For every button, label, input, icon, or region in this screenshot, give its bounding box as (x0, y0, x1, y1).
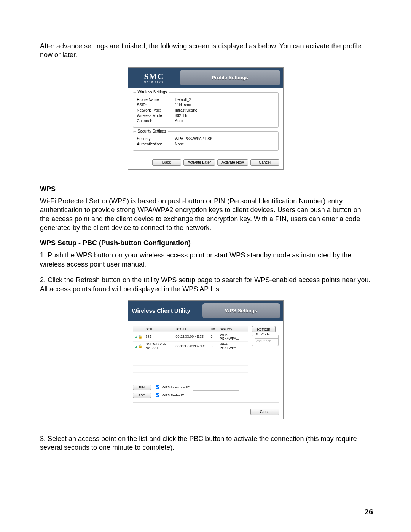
pin-code-input[interactable] (255, 338, 278, 343)
authentication-label: Authentication: (137, 142, 175, 146)
lock-icon: 🔒 (138, 335, 142, 339)
activate-now-button[interactable]: Activate Now (217, 159, 248, 166)
wireless-mode-value: 802.11n (175, 113, 189, 118)
pbc-heading: WPS Setup - PBC (Push-button Configurati… (40, 239, 371, 247)
step-3: 3. Select an access point on the list an… (40, 435, 371, 452)
profile-name-value: Default_2 (175, 97, 191, 102)
close-button[interactable]: Close (250, 409, 279, 415)
pin-code-group: Pin Code (252, 335, 279, 346)
intro-paragraph: After advance settings are finished, the… (40, 42, 371, 60)
network-type-value: Infrastructure (175, 108, 198, 112)
status-box (193, 384, 239, 391)
channel-label: Channel: (137, 119, 175, 123)
ssid-value: 11N_smc (175, 103, 191, 107)
table-row[interactable]: ◢🔒 SMCWBR14-N2_770... 00:11:E0:02:DF:AC … (133, 341, 248, 351)
pbc-button[interactable]: PBC (133, 393, 151, 398)
signal-icon: ◢ (135, 344, 137, 348)
security-header[interactable]: Security (218, 326, 248, 332)
cancel-button[interactable]: Cancel (250, 159, 279, 166)
step-2: 2. Click the Refresh button on the utili… (40, 276, 371, 294)
wireless-client-utility-label: Wireless Client Utility (128, 301, 202, 321)
channel-value: Auto (175, 119, 183, 123)
activate-later-button[interactable]: Activate Later (183, 159, 215, 166)
wps-paragraph: Wi-Fi Protected Setup (WPS) is based on … (40, 197, 371, 233)
smc-logo: SMC Networks (128, 68, 180, 88)
wps-settings-dialog: Wireless Client Utility WPS Settings SSI… (128, 300, 284, 419)
wps-probe-checkbox[interactable]: WPS Probe IE (154, 392, 184, 398)
wireless-mode-label: Wireless Mode: (137, 113, 175, 118)
wps-ap-table[interactable]: SSID BSSID Ch Security ◢🔒 382 00:22:33:0… (133, 326, 248, 380)
step-1: 1. Push the WPS button on your wireless … (40, 251, 371, 269)
wps-heading: WPS (40, 185, 371, 193)
wps-associate-checkbox[interactable]: WPS Associate IE (154, 384, 190, 390)
wireless-settings-group: Wireless Settings Profile Name:Default_2… (133, 92, 279, 128)
profile-settings-dialog: SMC Networks Profile Settings Wireless S… (128, 67, 284, 170)
pin-button[interactable]: PIN (133, 385, 151, 390)
back-button[interactable]: Back (152, 159, 181, 166)
network-type-label: Network Type: (137, 108, 175, 112)
ssid-label: SSID: (137, 103, 175, 107)
page-number: 26 (365, 507, 373, 517)
security-label: Security: (137, 137, 175, 141)
security-settings-group: Security Settings Security:WPA-PSK/WPA2-… (133, 131, 279, 151)
security-value: WPA-PSK/WPA2-PSK (175, 137, 213, 141)
wps-dialog-title: WPS Settings (202, 303, 280, 318)
bssid-header[interactable]: BSSID (174, 326, 209, 332)
dialog-title: Profile Settings (180, 70, 280, 85)
profile-name-label: Profile Name: (137, 97, 175, 102)
refresh-button[interactable]: Refresh (252, 326, 276, 332)
signal-icon: ◢ (135, 335, 137, 339)
lock-icon: 🔒 (138, 344, 142, 348)
table-row[interactable]: ◢🔒 382 00:22:33:00:4E:35 9 WPA-PSK+WPA..… (133, 332, 248, 341)
ssid-header[interactable]: SSID (144, 326, 174, 332)
authentication-value: None (175, 142, 184, 146)
ch-header[interactable]: Ch (209, 326, 218, 332)
